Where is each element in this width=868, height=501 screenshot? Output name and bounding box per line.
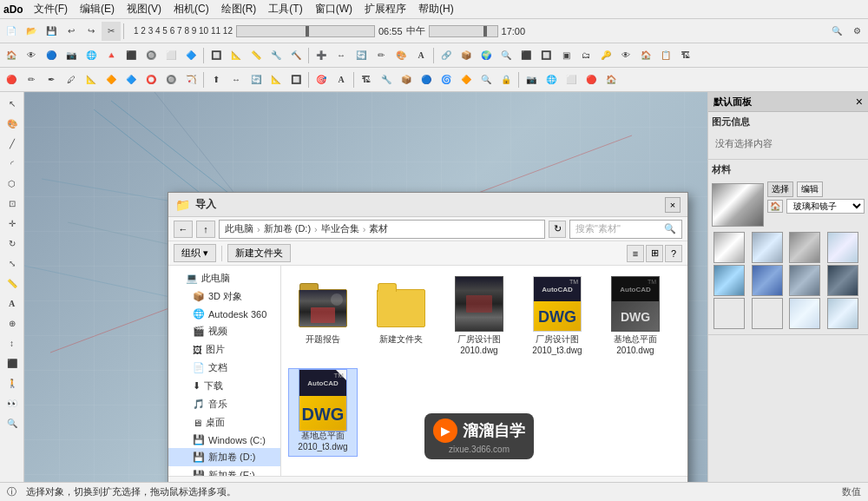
tb3-5[interactable]: 📐 — [82, 70, 101, 89]
lt-shape[interactable]: ⬡ — [3, 174, 22, 193]
material-category-select[interactable]: 玻璃和镜子 — [786, 199, 865, 214]
tb2-31[interactable]: 👁 — [616, 46, 635, 65]
tb2-14[interactable]: 🔧 — [266, 46, 286, 65]
tb2-4[interactable]: 📷 — [62, 46, 81, 65]
file-item-kaiti[interactable]: 开题报告 — [288, 273, 358, 359]
breadcrumb-back-button[interactable]: ← — [174, 221, 193, 238]
tb-undo[interactable]: ↩ — [62, 22, 81, 41]
tb2-24[interactable]: 🌍 — [477, 46, 496, 65]
breadcrumb-part-1[interactable]: 此电脑 — [225, 222, 253, 235]
new-folder-button[interactable]: 新建文件夹 — [227, 244, 291, 262]
time-track-2[interactable] — [429, 25, 498, 37]
mat-home-button[interactable]: 🏠 — [767, 200, 783, 213]
mat-tab-select[interactable]: 选择 — [767, 181, 793, 197]
tb2-29[interactable]: 🗂 — [576, 46, 595, 65]
tb2-33[interactable]: 📋 — [656, 46, 675, 65]
lt-zoom[interactable]: 🔍 — [3, 413, 22, 432]
lt-dim[interactable]: ↕ — [3, 333, 22, 353]
menu-draw[interactable]: 绘图(R) — [216, 0, 262, 18]
tb3-28[interactable]: ⬜ — [562, 70, 581, 89]
mat-swatch-12[interactable] — [827, 298, 858, 329]
tb2-3[interactable]: 🔵 — [42, 46, 61, 65]
lt-rotate[interactable]: ↻ — [3, 234, 22, 253]
lt-arc[interactable]: ◜ — [3, 154, 22, 173]
file-item-jidi1[interactable]: AutoCAD DWG TM 基地总平面2010.dwg — [601, 273, 670, 359]
breadcrumb-refresh-button[interactable]: ↻ — [549, 221, 566, 238]
tb-open[interactable]: 📂 — [22, 22, 41, 41]
tb3-10[interactable]: 🏹 — [181, 70, 201, 89]
tb3-8[interactable]: ⭕ — [141, 70, 161, 89]
tb-settings[interactable]: ⚙ — [847, 22, 866, 41]
mat-swatch-9[interactable] — [713, 298, 745, 329]
tb2-22[interactable]: 🔗 — [437, 46, 456, 65]
tb-new[interactable]: 📄 — [2, 22, 21, 41]
tb3-16[interactable]: 🎯 — [312, 70, 331, 89]
tb2-16[interactable]: ➕ — [312, 46, 331, 65]
mat-swatch-4[interactable] — [827, 232, 858, 263]
tb2-6[interactable]: 🔺 — [102, 46, 121, 65]
tb2-20[interactable]: 🎨 — [391, 46, 411, 65]
tb3-29[interactable]: 🔴 — [582, 70, 601, 89]
tb2-2[interactable]: 👁 — [22, 46, 41, 65]
tb3-4[interactable]: 🖊 — [62, 70, 81, 89]
sidebar-item-drivee[interactable]: 💾 新加卷 (E:) — [168, 466, 280, 476]
tb2-23[interactable]: 📦 — [457, 46, 476, 65]
sidebar-item-downloads[interactable]: ⬇ 下载 — [168, 377, 280, 395]
mat-swatch-5[interactable] — [713, 265, 745, 296]
view-grid-button[interactable]: ⊞ — [646, 245, 663, 262]
lt-move[interactable]: ✛ — [3, 214, 22, 233]
tb3-6[interactable]: 🔶 — [102, 70, 121, 89]
lt-scale[interactable]: ⤡ — [3, 254, 22, 273]
breadcrumb-part-2[interactable]: 新加卷 (D:) — [264, 222, 311, 235]
sidebar-item-thispc[interactable]: 💻 此电脑 — [168, 269, 280, 287]
breadcrumb-part-3[interactable]: 毕业合集 — [321, 222, 359, 235]
tb3-22[interactable]: 🌀 — [437, 70, 456, 89]
tb2-12[interactable]: 📐 — [227, 46, 246, 65]
breadcrumb-up-button[interactable]: ↑ — [196, 221, 215, 238]
file-item-changfang1[interactable]: 厂房设计图2010.dwg — [444, 273, 514, 359]
lt-push[interactable]: ⊡ — [3, 194, 22, 213]
tb3-30[interactable]: 🏠 — [602, 70, 621, 89]
file-item-changfang2[interactable]: AutoCAD DWG TM 厂房设计图2010_t3.dwg — [523, 273, 592, 359]
tb3-2[interactable]: ✏ — [22, 70, 41, 89]
lt-section[interactable]: ⬛ — [3, 353, 22, 372]
tb-zoom-in[interactable]: 🔍 — [827, 22, 846, 41]
sidebar-item-music[interactable]: 🎵 音乐 — [168, 395, 280, 413]
lt-look[interactable]: 👀 — [3, 393, 22, 412]
tb2-10[interactable]: 🔷 — [181, 46, 201, 65]
tb3-24[interactable]: 🔍 — [477, 70, 496, 89]
tb3-21[interactable]: 🔵 — [417, 70, 436, 89]
menu-window[interactable]: 窗口(W) — [310, 0, 358, 18]
sidebar-item-drivec[interactable]: 💾 Windows (C:) — [168, 432, 280, 448]
lt-tape[interactable]: 📏 — [3, 274, 22, 293]
mat-swatch-1[interactable] — [713, 232, 745, 263]
lt-select[interactable]: ↖ — [3, 94, 22, 113]
breadcrumb-search[interactable]: 搜索"素材" 🔍 — [569, 220, 682, 239]
tb2-32[interactable]: 🏠 — [636, 46, 655, 65]
tb3-25[interactable]: 🔒 — [496, 70, 516, 89]
tb2-13[interactable]: 📏 — [247, 46, 266, 65]
tb2-27[interactable]: 🔲 — [536, 46, 556, 65]
sidebar-item-pictures[interactable]: 🖼 图片 — [168, 340, 280, 359]
tb3-13[interactable]: 🔄 — [247, 70, 266, 89]
tb2-17[interactable]: ↔ — [332, 46, 351, 65]
organize-button[interactable]: 组织 ▾ — [174, 244, 216, 262]
sidebar-item-autodesk[interactable]: 🌐 Autodesk 360 — [168, 306, 280, 322]
mat-swatch-7[interactable] — [789, 265, 820, 296]
menu-edit[interactable]: 编辑(E) — [75, 0, 120, 18]
tb2-15[interactable]: 🔨 — [286, 46, 306, 65]
menu-extensions[interactable]: 扩展程序 — [359, 0, 411, 18]
tb3-20[interactable]: 📦 — [397, 70, 416, 89]
sidebar-item-documents[interactable]: 📄 文档 — [168, 359, 280, 377]
dialog-close-button[interactable]: × — [665, 197, 681, 213]
file-item-jidi2[interactable]: AutoCAD DWG TM 基地总平面2010_t3.dwg — [288, 368, 358, 457]
tb3-9[interactable]: 🔘 — [161, 70, 181, 89]
tb-redo[interactable]: ↪ — [82, 22, 101, 41]
breadcrumb-part-4[interactable]: 素材 — [369, 222, 388, 235]
sidebar-item-video[interactable]: 🎬 视频 — [168, 322, 280, 340]
tb2-28[interactable]: ▣ — [556, 46, 575, 65]
menu-camera[interactable]: 相机(C) — [168, 0, 214, 18]
tb3-26[interactable]: 📷 — [522, 70, 541, 89]
tb3-17[interactable]: A — [332, 70, 351, 89]
time-handle[interactable] — [306, 26, 309, 36]
